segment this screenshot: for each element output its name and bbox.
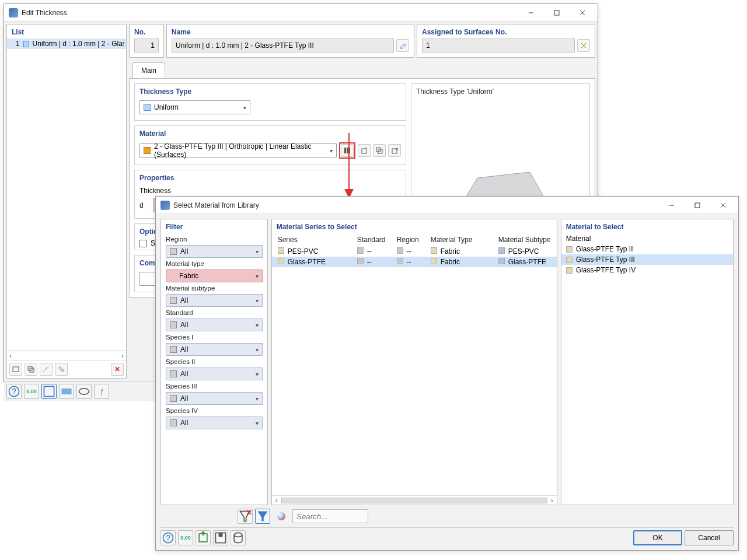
name-field[interactable]: Uniform | d : 1.0 mm | 2 - Glass-PTFE Ty… — [172, 38, 394, 52]
material-col-header: Material — [561, 233, 733, 244]
units-button[interactable]: 0,00 — [178, 530, 193, 545]
svg-rect-11 — [349, 148, 350, 153]
ruler-button[interactable] — [40, 363, 53, 376]
delete-button[interactable]: ✕ — [111, 363, 124, 376]
svg-rect-10 — [347, 148, 348, 153]
svg-rect-1 — [554, 10, 559, 15]
svg-rect-22 — [61, 388, 71, 394]
region-combo[interactable]: All▾ — [166, 245, 263, 258]
edit-titlebar[interactable]: Edit Thickness — [4, 4, 598, 22]
tab-main[interactable]: Main — [132, 62, 165, 78]
lib-title: Select Material from Library — [173, 201, 659, 209]
swatch-icon — [170, 346, 177, 353]
delete-material-button[interactable] — [388, 144, 401, 157]
svg-marker-33 — [257, 511, 267, 521]
save-button[interactable] — [213, 530, 228, 545]
search-input[interactable] — [292, 509, 368, 523]
series-panel: Material Series to Select SeriesStandard… — [271, 219, 557, 505]
maximize-button[interactable] — [544, 5, 570, 21]
edit-title: Edit Thickness — [22, 9, 518, 17]
chevron-down-icon: ▾ — [242, 104, 247, 111]
apply-filter-button[interactable] — [255, 509, 270, 524]
material-type-combo[interactable]: Fabric▾ — [166, 270, 263, 282]
material-subtype-combo[interactable]: All▾ — [166, 294, 263, 307]
assign-pick-button[interactable] — [577, 39, 590, 52]
close-button[interactable] — [710, 197, 736, 214]
material-library-button[interactable] — [341, 144, 354, 157]
app-icon — [9, 8, 18, 18]
chevron-down-icon: ▾ — [254, 249, 260, 255]
chevron-down-icon: ▾ — [254, 273, 260, 279]
chevron-down-icon: ▾ — [254, 420, 260, 426]
copy-item-button[interactable] — [25, 363, 37, 376]
swatch-icon — [170, 248, 177, 255]
svg-rect-4 — [13, 367, 19, 372]
species1-combo[interactable]: All▾ — [166, 343, 263, 356]
chevron-down-icon: ▾ — [254, 322, 260, 328]
chevron-down-icon: ▾ — [254, 371, 260, 377]
svg-point-23 — [79, 388, 89, 394]
species2-combo[interactable]: All▾ — [166, 368, 263, 380]
material-row[interactable]: Glass-PTFE Typ II — [561, 244, 733, 254]
material-combo[interactable]: 2 - Glass-PTFE Typ III | Orthotropic | L… — [139, 144, 337, 158]
svg-rect-9 — [344, 148, 346, 153]
library-button-highlight — [339, 142, 355, 159]
help-button[interactable]: ? — [6, 384, 22, 399]
list-item[interactable]: 1 Uniform | d : 1.0 mm | 2 - Glass-F — [7, 38, 126, 49]
cancel-button[interactable]: Cancel — [685, 530, 734, 545]
species3-combo[interactable]: All▾ — [166, 392, 263, 405]
no-field[interactable]: 1 — [134, 38, 159, 52]
assigned-field[interactable]: 1 — [422, 38, 575, 52]
preview-toggle[interactable] — [41, 384, 57, 399]
edit-name-button[interactable] — [396, 39, 409, 52]
list-panel: List 1 Uniform | d : 1.0 mm | 2 - Glass-… — [6, 24, 127, 379]
svg-rect-21 — [44, 386, 54, 396]
svg-text:?: ? — [166, 534, 170, 542]
globe-icon[interactable] — [274, 509, 289, 524]
help-button[interactable]: ? — [160, 530, 176, 545]
series-row[interactable]: PES-PVC----FabricPES-PVC — [272, 246, 557, 257]
swatch-icon — [170, 370, 177, 377]
no-card: No. 1 — [129, 24, 164, 58]
series-header-row: SeriesStandardRegionMaterial TypeMateria… — [272, 233, 557, 246]
list-heading: List — [7, 24, 126, 38]
units-button[interactable]: 0,00 — [24, 384, 39, 399]
swatch-icon — [144, 104, 151, 111]
maximize-button[interactable] — [685, 197, 710, 214]
minimize-button[interactable] — [659, 197, 685, 214]
svg-rect-38 — [219, 533, 223, 537]
swatch-icon — [170, 321, 177, 328]
new-material-button[interactable] — [358, 144, 371, 157]
chevron-down-icon: ▾ — [254, 396, 260, 402]
new-item-button[interactable] — [9, 363, 22, 376]
svg-text:?: ? — [12, 387, 16, 396]
copy-material-button[interactable] — [373, 144, 386, 157]
script-button[interactable]: ƒ — [94, 384, 109, 399]
app-icon — [160, 201, 170, 210]
name-card: Name Uniform | d : 1.0 mm | 2 - Glass-PT… — [166, 24, 414, 58]
checkbox-icon — [139, 240, 147, 247]
view-button[interactable] — [76, 384, 92, 399]
material-row[interactable]: Glass-PTFE Typ IV — [561, 265, 733, 275]
swatch-icon — [23, 41, 29, 47]
clear-filter-button[interactable] — [238, 509, 253, 524]
thickness-type-combo[interactable]: Uniform ▾ — [139, 100, 250, 114]
minimize-button[interactable] — [518, 5, 544, 21]
svg-rect-12 — [362, 149, 366, 153]
list-scrollbar[interactable]: ‹› — [7, 351, 126, 360]
import-button[interactable] — [196, 530, 211, 545]
material-row[interactable]: Glass-PTFE Typ III — [561, 254, 733, 265]
lib-titlebar[interactable]: Select Material from Library — [156, 197, 738, 214]
species4-combo[interactable]: All▾ — [166, 416, 263, 429]
assigned-card: Assigned to Surfaces No. 1 — [417, 24, 595, 58]
filter-panel: Filter Region All▾ Material type Fabric▾… — [160, 219, 268, 505]
link-button[interactable] — [55, 363, 68, 376]
ok-button[interactable]: OK — [633, 530, 682, 545]
close-button[interactable] — [570, 5, 595, 21]
series-scrollbar[interactable]: ‹› — [272, 495, 557, 505]
series-row[interactable]: Glass-PTFE----FabricGlass-PTFE — [272, 257, 557, 267]
db-button[interactable] — [231, 530, 246, 545]
color-button[interactable] — [59, 384, 74, 399]
standard-combo[interactable]: All▾ — [166, 318, 263, 331]
chevron-down-icon: ▾ — [329, 148, 334, 154]
